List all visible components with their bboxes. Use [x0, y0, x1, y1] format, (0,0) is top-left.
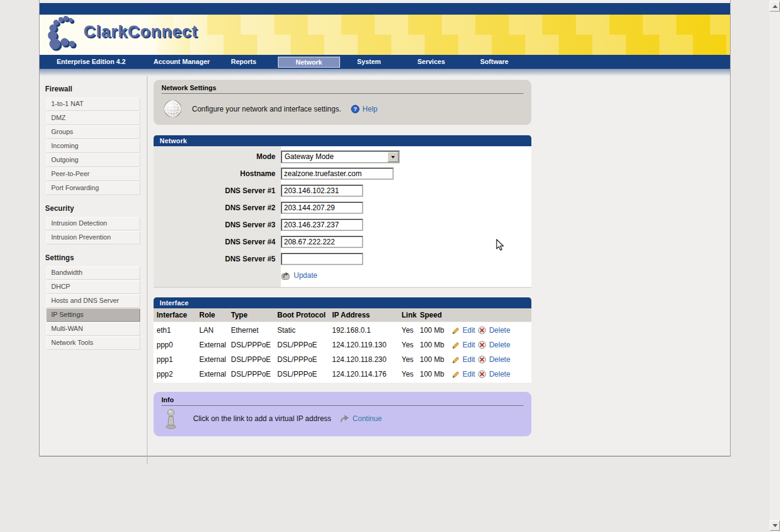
sidebar-item-dmz[interactable]: DMZ — [46, 112, 140, 124]
sidebar-item-1-to-1-nat[interactable]: 1-to-1 NAT — [46, 98, 140, 110]
pencil-icon — [452, 327, 459, 335]
sidebar-item-port-forwarding[interactable]: Port Forwarding — [46, 182, 140, 194]
network-panel-header: Network — [154, 135, 531, 146]
cell-ip-address: 124.120.114.176 — [329, 367, 399, 383]
pencil-icon — [452, 341, 459, 349]
continue-link[interactable]: Continue — [339, 414, 382, 423]
dns-server-2-input[interactable] — [281, 202, 363, 214]
svg-text:?: ? — [353, 105, 357, 112]
sidebar-section-firewall: Firewall 1-to-1 NAT DMZ Groups Incoming … — [40, 85, 147, 194]
info-message: Click on the link to add a virtual IP ad… — [193, 414, 332, 423]
vertical-scrollbar[interactable] — [770, 0, 780, 532]
network-settings-panel: Network Settings — [154, 80, 531, 125]
help-label: Help — [363, 105, 378, 113]
chevron-down-icon — [391, 156, 395, 160]
cell-type: DSL/PPPoE — [228, 367, 274, 383]
delete-label: Delete — [489, 355, 511, 364]
dns-server-5-label: DNS Server #5 — [154, 255, 281, 263]
info-panel: Info Click on the link to add a virtual … — [154, 392, 531, 436]
sidebar-item-groups[interactable]: Groups — [46, 126, 140, 138]
cell-ip-address: 124.120.118.230 — [329, 352, 399, 367]
cell-speed: 100 Mb — [417, 367, 448, 383]
cell-boot-protocol: DSL/PPPoE — [274, 338, 329, 352]
network-panel: Network Mode Gateway Mode Hostname DNS S… — [154, 135, 531, 288]
interface-table: Interface Role Type Boot Protocol IP Add… — [154, 308, 531, 383]
nav-item-account-manager[interactable]: Account Manager — [154, 55, 210, 69]
nav-edition-label: Enterprise Edition 4.2 — [57, 55, 126, 69]
delete-link[interactable]: Delete — [478, 326, 511, 335]
sidebar-item-hosts-and-dns-server[interactable]: Hosts and DNS Server — [46, 294, 140, 307]
sidebar-item-incoming[interactable]: Incoming — [46, 140, 140, 152]
dns-server-3-label: DNS Server #3 — [154, 221, 281, 229]
top-bar — [40, 3, 730, 15]
col-boot-protocol: Boot Protocol — [274, 308, 329, 322]
sidebar-heading-settings: Settings — [45, 254, 147, 262]
edit-link[interactable]: Edit — [452, 326, 475, 335]
nav-item-network[interactable]: Network — [278, 57, 340, 68]
edit-link[interactable]: Edit — [452, 370, 475, 378]
cell-link: Yes — [399, 338, 417, 352]
sidebar-item-bandwidth[interactable]: Bandwidth — [46, 266, 140, 279]
dns-server-4-input[interactable] — [281, 236, 363, 248]
dns-server-5-input[interactable] — [281, 253, 363, 265]
scroll-up-button[interactable] — [770, 1, 780, 12]
main-content: Network Settings — [154, 80, 531, 436]
sidebar-item-outgoing[interactable]: Outgoing — [46, 154, 140, 166]
update-link[interactable]: Update — [281, 271, 317, 280]
sidebar-item-intrusion-detection[interactable]: Intrusion Detection — [46, 217, 140, 230]
dns-server-3-input[interactable] — [281, 219, 363, 231]
info-title: Info — [161, 396, 523, 403]
nav-item-reports[interactable]: Reports — [231, 55, 257, 69]
edit-label: Edit — [463, 355, 475, 364]
sidebar-item-multi-wan[interactable]: Multi-WAN — [46, 322, 140, 335]
delete-icon — [478, 355, 486, 364]
edit-link[interactable]: Edit — [452, 341, 475, 349]
cell-type: DSL/PPPoE — [228, 352, 274, 367]
settings-description: Configure your network and interface set… — [192, 105, 341, 113]
table-row: ppp2 External DSL/PPPoE DSL/PPPoE 124.12… — [154, 367, 531, 383]
col-speed: Speed — [417, 308, 448, 322]
table-row: ppp1 External DSL/PPPoE DSL/PPPoE 124.12… — [154, 352, 531, 367]
delete-icon — [478, 326, 486, 335]
sidebar: Firewall 1-to-1 NAT DMZ Groups Incoming … — [40, 76, 147, 464]
sidebar-item-dhcp[interactable]: DHCP — [46, 280, 140, 293]
cell-speed: 100 Mb — [417, 322, 448, 338]
nav-item-software[interactable]: Software — [480, 55, 508, 69]
continue-label: Continue — [353, 414, 382, 423]
page-title: Network Settings — [161, 84, 523, 91]
delete-link[interactable]: Delete — [478, 355, 511, 364]
hostname-input[interactable] — [281, 168, 394, 180]
cell-boot-protocol: Static — [274, 322, 329, 338]
sidebar-item-network-tools[interactable]: Network Tools — [46, 336, 140, 349]
dns-server-1-input[interactable] — [281, 185, 363, 197]
dns-server-1-label: DNS Server #1 — [154, 186, 281, 195]
title-rule — [161, 93, 523, 94]
edit-label: Edit — [463, 341, 475, 349]
mode-select-dropdown-button[interactable] — [388, 152, 399, 162]
sidebar-item-ip-settings[interactable]: IP Settings — [46, 308, 140, 321]
cell-ip-address: 124.120.119.130 — [329, 338, 399, 352]
info-icon — [165, 408, 177, 429]
cell-interface: eth1 — [154, 322, 196, 338]
cell-link: Yes — [399, 322, 417, 338]
delete-link[interactable]: Delete — [478, 370, 511, 378]
cell-role: External — [196, 352, 228, 367]
mode-select[interactable]: Gateway Mode — [281, 151, 400, 163]
edit-link[interactable]: Edit — [452, 355, 475, 364]
delete-link[interactable]: Delete — [478, 341, 511, 349]
sidebar-item-intrusion-prevention[interactable]: Intrusion Prevention — [46, 231, 140, 244]
nav-item-system[interactable]: System — [357, 55, 381, 69]
main-nav: Enterprise Edition 4.2 Account Manager R… — [40, 55, 730, 69]
col-role: Role — [196, 308, 228, 322]
scroll-down-button[interactable] — [770, 520, 780, 531]
sidebar-item-peer-to-peer[interactable]: Peer-to-Peer — [46, 168, 140, 180]
sidebar-heading-firewall: Firewall — [45, 85, 147, 93]
edit-label: Edit — [463, 370, 475, 378]
cell-type: DSL/PPPoE — [228, 338, 274, 352]
edit-label: Edit — [463, 326, 475, 335]
nav-item-services[interactable]: Services — [417, 55, 445, 69]
globe-icon — [163, 99, 182, 118]
logo-dots-icon — [46, 15, 80, 53]
delete-label: Delete — [489, 326, 511, 335]
help-link[interactable]: ? Help — [351, 105, 378, 113]
